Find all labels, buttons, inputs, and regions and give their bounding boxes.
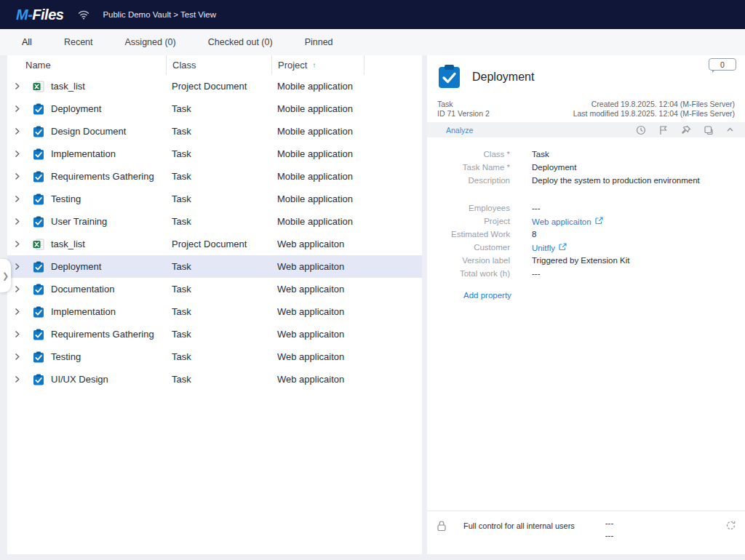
object-name: Deployment bbox=[51, 103, 101, 114]
permissions-text[interactable]: Full control for all internal users bbox=[463, 521, 575, 530]
expand-chevron-icon[interactable] bbox=[15, 127, 26, 135]
property-row: ProjectWeb applicaiton bbox=[437, 217, 735, 230]
add-property-button[interactable]: Add property bbox=[463, 291, 745, 300]
cell-project: Mobile application bbox=[271, 126, 364, 137]
task-icon bbox=[33, 171, 44, 183]
expand-chevron-icon[interactable] bbox=[15, 82, 26, 90]
property-value[interactable]: 8 bbox=[532, 230, 536, 239]
metadata-fields: Class *TaskTask Name *DeploymentDescript… bbox=[427, 137, 745, 282]
tab-checked-out[interactable]: Checked out (0) bbox=[208, 37, 273, 47]
property-label: Description bbox=[437, 176, 510, 185]
table-row[interactable]: ImplementationTaskWeb applicaiton bbox=[7, 300, 422, 323]
cell-class: Task bbox=[166, 374, 271, 385]
expand-chevron-icon[interactable] bbox=[15, 240, 26, 248]
table-row[interactable]: DocumentationTaskWeb applicaiton bbox=[7, 278, 422, 300]
property-row: Task Name *Deployment bbox=[437, 163, 735, 176]
cell-project: Mobile application bbox=[271, 216, 364, 227]
cell-project: Web applicaiton bbox=[271, 284, 364, 295]
workflow-value[interactable]: --- bbox=[605, 517, 614, 529]
workflow-values: --- --- bbox=[605, 517, 614, 542]
duplicate-icon[interactable] bbox=[704, 125, 714, 135]
table-row[interactable]: DeploymentTaskWeb applicaiton bbox=[7, 255, 422, 278]
task-icon bbox=[33, 329, 44, 340]
analyze-button[interactable]: Analyze bbox=[446, 126, 473, 135]
expand-chevron-icon[interactable] bbox=[15, 172, 26, 180]
tab-all[interactable]: All bbox=[22, 37, 32, 47]
expand-panel-handle[interactable]: ❯ bbox=[0, 259, 11, 292]
expand-chevron-icon[interactable] bbox=[15, 353, 26, 361]
expand-chevron-icon[interactable] bbox=[15, 195, 26, 203]
object-name: Design Document bbox=[51, 126, 126, 137]
cell-name: task_list bbox=[7, 81, 166, 92]
external-link-icon[interactable] bbox=[559, 243, 567, 252]
object-name: Requirements Gathering bbox=[51, 329, 154, 340]
cell-class: Task bbox=[166, 329, 271, 340]
table-row[interactable]: Design DocumentTaskMobile application bbox=[7, 120, 422, 143]
tab-recent[interactable]: Recent bbox=[64, 37, 93, 47]
column-header-name[interactable]: Name bbox=[7, 55, 166, 75]
expand-chevron-icon[interactable] bbox=[15, 308, 26, 316]
task-icon bbox=[33, 284, 44, 295]
modified-timestamp: Last modified 19.8.2025. 12:04 (M-Files … bbox=[573, 109, 735, 119]
table-row[interactable]: User TrainingTaskMobile application bbox=[7, 210, 422, 233]
table-row[interactable]: Requirements GatheringTaskWeb applicaito… bbox=[7, 323, 422, 345]
property-value-link[interactable]: Web applicaiton bbox=[532, 217, 603, 226]
state-value[interactable]: --- bbox=[605, 529, 614, 542]
metadata-panel: 0 Deployment Task ID 71 Version 2 Create… bbox=[427, 55, 745, 554]
cell-name: Deployment bbox=[7, 103, 166, 115]
excel-document-icon bbox=[33, 239, 44, 250]
cell-name: UI/UX Design bbox=[7, 374, 166, 385]
app-header: M-Files Public Demo Vault > Test View bbox=[0, 0, 745, 29]
table-row[interactable]: TestingTaskWeb applicaiton bbox=[7, 345, 422, 368]
expand-chevron-icon[interactable] bbox=[15, 217, 26, 225]
property-value-link[interactable]: Unitfly bbox=[532, 243, 567, 252]
flag-icon[interactable] bbox=[658, 125, 669, 135]
property-value[interactable]: Task bbox=[532, 150, 549, 159]
object-name: Implementation bbox=[51, 148, 116, 159]
property-value[interactable]: Deploy the system to production environm… bbox=[532, 176, 700, 185]
history-icon[interactable] bbox=[636, 125, 646, 135]
expand-chevron-icon[interactable] bbox=[15, 105, 26, 113]
expand-chevron-icon[interactable] bbox=[15, 375, 26, 383]
property-value[interactable]: Triggered by Extension Kit bbox=[532, 256, 629, 265]
property-row: Class *Task bbox=[437, 150, 735, 163]
cell-project: Mobile application bbox=[271, 193, 364, 204]
property-value[interactable]: --- bbox=[532, 269, 541, 278]
column-header-project[interactable]: Project↑ bbox=[271, 55, 364, 75]
collapse-icon[interactable] bbox=[726, 125, 736, 135]
table-row[interactable]: task_listProject DocumentWeb applicaiton bbox=[7, 233, 422, 255]
expand-chevron-icon[interactable] bbox=[15, 150, 26, 158]
left-gutter bbox=[0, 55, 7, 554]
table-row[interactable]: DeploymentTaskMobile application bbox=[7, 97, 422, 120]
table-row[interactable]: task_listProject DocumentMobile applicat… bbox=[7, 75, 422, 97]
table-header: Name Class Project↑ bbox=[7, 55, 422, 75]
expand-chevron-icon[interactable] bbox=[15, 263, 26, 271]
refresh-icon[interactable] bbox=[725, 520, 736, 531]
external-link-icon[interactable] bbox=[595, 217, 603, 226]
task-icon bbox=[33, 216, 44, 228]
task-object-icon bbox=[437, 64, 461, 89]
property-label: Total work (h) bbox=[437, 269, 510, 278]
details-header: 0 Deployment Task ID 71 Version 2 Create… bbox=[427, 55, 745, 119]
property-value[interactable]: Deployment bbox=[532, 163, 576, 172]
table-row[interactable]: Requirements GatheringTaskMobile applica… bbox=[7, 165, 422, 188]
expand-chevron-icon[interactable] bbox=[15, 330, 26, 338]
tab-assigned[interactable]: Assigned (0) bbox=[125, 37, 176, 47]
expand-chevron-icon[interactable] bbox=[15, 285, 26, 293]
table-row[interactable]: TestingTaskMobile application bbox=[7, 188, 422, 210]
cell-project: Web applicaiton bbox=[271, 261, 364, 272]
tab-bar: AllRecentAssigned (0)Checked out (0)Pinn… bbox=[0, 29, 745, 55]
mfiles-logo[interactable]: M-Files bbox=[16, 7, 63, 23]
object-timestamps: Created 19.8.2025. 12:04 (M-Files Server… bbox=[573, 100, 735, 119]
cell-name: Requirements Gathering bbox=[7, 329, 166, 340]
tab-pinned[interactable]: Pinned bbox=[305, 37, 333, 47]
pin-icon[interactable] bbox=[681, 125, 691, 135]
table-row[interactable]: UI/UX DesignTaskWeb applicaiton bbox=[7, 368, 422, 391]
column-header-class[interactable]: Class bbox=[166, 55, 271, 75]
property-value[interactable]: --- bbox=[532, 204, 541, 212]
breadcrumb[interactable]: Public Demo Vault > Test View bbox=[103, 10, 216, 19]
table-row[interactable]: ImplementationTaskMobile application bbox=[7, 143, 422, 165]
cell-project: Web applicaiton bbox=[271, 374, 364, 385]
comments-badge[interactable]: 0 bbox=[709, 58, 736, 71]
property-label: Task Name * bbox=[437, 163, 510, 172]
